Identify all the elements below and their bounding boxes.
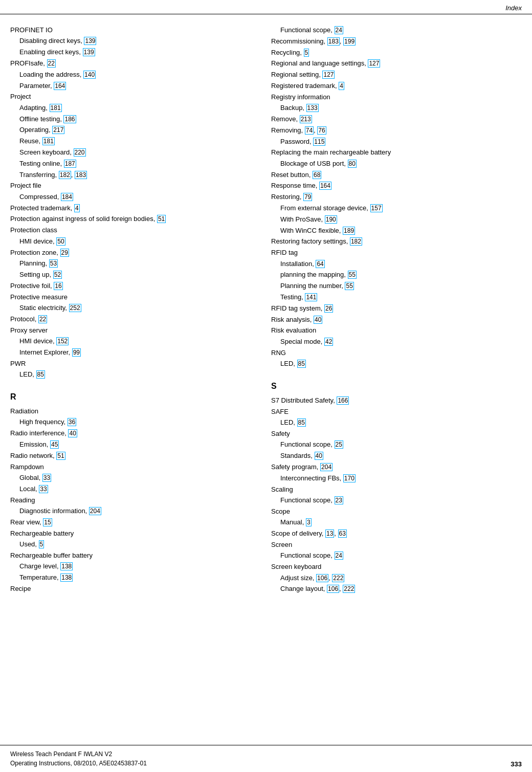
page-ref: 3	[306, 518, 312, 526]
list-item: Recipe	[10, 583, 251, 594]
page-ref: 4	[339, 82, 344, 90]
list-item: Password, 115	[271, 136, 522, 147]
list-item: Blockage of USB port, 80	[271, 158, 522, 169]
list-item: RFID tag	[271, 247, 522, 258]
list-item: From external storage device, 157	[271, 203, 522, 214]
page-ref: 5	[304, 49, 309, 57]
list-item: PROFINET IO	[10, 25, 251, 35]
page-ref: 40	[68, 429, 77, 437]
section-letter-s: S	[271, 382, 522, 391]
page-ref: 217	[52, 126, 64, 134]
page-ref: 85	[297, 418, 306, 427]
page-ref: 164	[54, 82, 66, 90]
list-item: Project file	[10, 180, 251, 191]
section-letter-r: R	[10, 392, 251, 402]
page-ref: 52	[53, 271, 62, 279]
page-ref: 63	[338, 530, 347, 538]
list-item: Restoring, 79	[271, 191, 522, 203]
list-item: Radio interference, 40	[10, 428, 251, 439]
page-ref: 99	[72, 348, 81, 357]
list-item: Used, 5	[10, 539, 251, 550]
list-item: Special mode, 42	[271, 336, 522, 347]
list-item: Installation, 64	[271, 258, 522, 270]
index-entries-r-cont: Functional scope, 24 Recommissioning, 18…	[271, 25, 522, 369]
list-item: With WinCC flexible, 189	[271, 225, 522, 236]
page-ref: 36	[68, 418, 76, 426]
list-item: Transferring, 182, 183	[10, 169, 251, 181]
page-ref: 68	[313, 171, 321, 179]
page-ref: 40	[314, 316, 322, 324]
page-ref: 183	[327, 37, 340, 46]
page-number: 333	[511, 760, 522, 768]
list-item: Compressed, 184	[10, 191, 251, 203]
list-item: RNG	[271, 347, 522, 358]
list-item: Planning the number, 55	[271, 280, 522, 292]
page-ref: 23	[335, 496, 343, 504]
list-item: Safety program, 204	[271, 461, 522, 473]
list-item: Protection against ingress of solid fore…	[10, 213, 251, 225]
page-ref: 127	[368, 59, 380, 68]
page-ref: 106	[327, 585, 339, 593]
index-entries-p: PROFINET IO Disabling direct keys, 139 E…	[10, 25, 251, 380]
list-item: Risk analysis, 40	[271, 314, 522, 325]
page-ref: 16	[54, 282, 62, 290]
list-item: Rear view, 15	[10, 517, 251, 528]
list-item: Scope	[271, 506, 522, 517]
page-ref: 213	[300, 115, 312, 123]
list-item: Diagnostic information, 204	[10, 505, 251, 517]
page-ref: 24	[335, 552, 343, 560]
page-ref: 53	[49, 259, 58, 268]
page-ref: 204	[320, 463, 332, 471]
page-ref: 186	[63, 115, 76, 123]
page-ref: 187	[64, 160, 76, 168]
page-ref: 51	[56, 452, 65, 460]
list-item: Enabling direct keys, 139	[10, 47, 251, 58]
page-ref: 222	[343, 585, 355, 593]
page-ref: 79	[303, 193, 312, 201]
page-ref: 80	[348, 160, 357, 168]
list-item: Functional scope, 25	[271, 439, 522, 450]
list-item: Backup, 133	[271, 102, 522, 114]
list-item: Safety	[271, 428, 522, 439]
list-item: Change layout, 106, 222	[271, 583, 522, 594]
page-ref: 13	[325, 530, 334, 538]
list-item: Registered trademark, 4	[271, 80, 522, 92]
page-ref: 164	[319, 182, 331, 190]
page-ref: 85	[297, 360, 306, 368]
page-ref: 141	[305, 293, 317, 301]
page-footer: Wireless Teach Pendant F IWLAN V2 Operat…	[0, 745, 532, 772]
list-item: SAFE	[271, 406, 522, 417]
footer-line1: Wireless Teach Pendant F IWLAN V2	[10, 749, 147, 759]
index-entries-r: Radiation High frequency, 36 Radio inter…	[10, 406, 251, 594]
page-ref: 5	[39, 540, 45, 548]
list-item: LED, 85	[271, 358, 522, 369]
list-item: Replacing the main rechargeable battery	[271, 147, 522, 158]
list-item: Adjust size, 106, 222	[271, 572, 522, 584]
list-item: Risk evaluation	[271, 325, 522, 336]
list-item: Protocol, 22	[10, 314, 251, 325]
list-item: Scope of delivery, 13, 63	[271, 528, 522, 539]
page-ref: 138	[60, 574, 73, 582]
page-ref: 182	[350, 237, 362, 246]
page-ref: 157	[370, 204, 383, 212]
page-ref: 24	[335, 26, 343, 34]
page-ref: 184	[61, 193, 73, 201]
list-item: LED, 85	[271, 417, 522, 428]
page-ref: 220	[74, 148, 86, 157]
page-ref: 42	[324, 338, 333, 346]
list-item: Global, 33	[10, 472, 251, 483]
page-header: Index	[0, 0, 532, 14]
list-item: Recycling, 5	[271, 47, 522, 58]
footer-line2: Operating Instructions, 08/2010, A5E0245…	[10, 759, 147, 768]
page-ref: 252	[69, 304, 81, 312]
list-item: Planning, 53	[10, 258, 251, 269]
list-item: Radiation	[10, 406, 251, 416]
page-ref: 127	[322, 71, 335, 79]
page-ref: 55	[345, 282, 353, 290]
page-ref: 51	[157, 215, 166, 223]
list-item: LED, 85	[10, 369, 251, 380]
page-ref: 25	[335, 440, 343, 449]
list-item: Manual, 3	[271, 517, 522, 528]
list-item: Adapting, 181	[10, 102, 251, 114]
list-item: Remove, 213	[271, 114, 522, 125]
